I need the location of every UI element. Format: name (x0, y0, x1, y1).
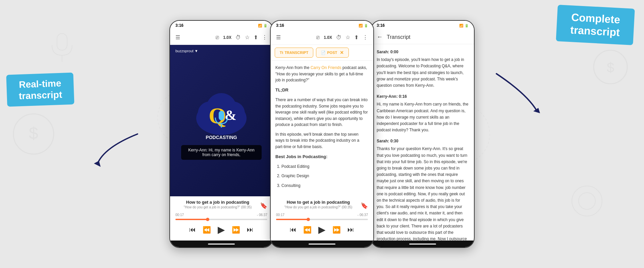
toolbar-left-2: ☰ (276, 34, 281, 41)
cast-icon-2[interactable]: ⎚ (316, 35, 320, 41)
rewind-button-2[interactable]: ⏪ (303, 226, 312, 234)
phone-2: 3:16 📶 🔋 ☰ ⎚ 1.0X ⏱ ☆ ⬆ ⋮ (270, 20, 374, 248)
transcript-content-2: Kerry-Ann from the Carry On Friends podc… (271, 61, 373, 196)
jobs-list: Podcast Editing Graphic Design Consultin… (275, 163, 369, 189)
svg-marker-20 (533, 108, 540, 113)
speed-control-2[interactable]: 1.0X (324, 35, 332, 40)
more-icon-2[interactable]: ⋮ (363, 34, 368, 41)
player-times-2: 00:17 - 06:37 (276, 213, 368, 217)
full-transcript-content: Sarah: 0:00 In today's episode, you'll l… (371, 44, 474, 241)
battery-icon-3: 🔋 (465, 24, 469, 27)
episode-text: In this episode, we'll break down the to… (275, 131, 369, 150)
qa-logo: Q & PODCASTING (191, 81, 252, 142)
progress-bar-1[interactable] (175, 219, 267, 220)
carry-on-friends-link[interactable]: Carry On Friends (311, 65, 341, 70)
bottom-bar-1 (170, 241, 273, 247)
menu-icon-1[interactable]: ☰ (175, 34, 180, 41)
share-icon-2[interactable]: ⬆ (354, 34, 359, 41)
phone-3-frame: 3:16 📶 🔋 ← Transcript Sarah: 0:00 In tod… (371, 20, 475, 248)
buzzsprout-label: buzzsprout ▼ (175, 49, 198, 53)
tab-close-button[interactable]: ✕ (340, 50, 344, 55)
status-time-3: 3:16 (377, 23, 385, 28)
play-button[interactable]: ▶ (218, 224, 225, 235)
player-title-2: How to get a job in podcasting (276, 200, 361, 205)
intro-paragraph: Kerry-Ann from the Carry On Friends podc… (275, 65, 369, 83)
transcript-text-2: Thanks for your question Kerry-Ann. It's… (377, 146, 469, 241)
transcript-block-0: Sarah: 0:00 In today's episode, you'll l… (377, 49, 469, 89)
player-subtitle-1: "How do you get a job in podcasting?" (0… (175, 205, 260, 209)
toolbar-2: ☰ ⎚ 1.0X ⏱ ☆ ⬆ ⋮ (271, 30, 373, 45)
transcript-block-2: Sarah: 0:30 Thanks for your question Ker… (377, 138, 469, 241)
job-item-1: Podcast Editing (281, 163, 369, 170)
status-icons-2: 📶 🔋 (359, 24, 368, 27)
more-icon-1[interactable]: ⋮ (262, 34, 267, 41)
phone-1: 3:16 📶 🔋 ☰ ⎚ 1.0X ⏱ ☆ ⬆ ⋮ (169, 20, 273, 248)
skip-back-start-button[interactable]: ⏮ (189, 226, 196, 233)
status-icons-3: 📶 🔋 (459, 24, 469, 27)
bookmark-icon-1[interactable]: 🔖 (260, 202, 267, 209)
phone-1-frame: 3:16 📶 🔋 ☰ ⎚ 1.0X ⏱ ☆ ⬆ ⋮ (169, 20, 273, 248)
star-icon-1[interactable]: ☆ (245, 34, 250, 41)
status-icons-1: 📶 🔋 (258, 24, 267, 27)
podcast-cover: buzzsprout ▼ Q & (170, 45, 273, 196)
skip-forward-end-button[interactable]: ⏭ (247, 226, 254, 233)
battery-icon: 🔋 (263, 24, 267, 27)
job-item-2: Graphic Design (281, 173, 369, 179)
speed-control-1[interactable]: 1.0X (223, 35, 231, 40)
wifi-icon-3: 📶 (459, 24, 463, 27)
post-tab-label: POST (327, 51, 337, 55)
player-section-2: How to get a job in podcasting "How do y… (271, 196, 373, 241)
complete-annotation: Complete transcript (556, 5, 635, 45)
bottom-bar-3 (371, 241, 474, 247)
skip-back-start-button-2[interactable]: ⏮ (290, 226, 297, 233)
transcript-text-1: Hi, my name is Kerry-Ann from carry on f… (377, 101, 469, 133)
menu-icon-2[interactable]: ☰ (276, 34, 281, 41)
realtime-annotation: Real-time transcript (6, 73, 74, 107)
status-time-1: 3:16 (175, 23, 183, 28)
job-item-3: Consulting (281, 183, 369, 189)
complete-arrow (493, 67, 547, 114)
svg-rect-16 (219, 111, 224, 120)
transcript-block-1: Kerry-Ann: 0:16 Hi, my name is Kerry-Ann… (377, 93, 469, 133)
status-bar-1: 3:16 📶 🔋 (170, 21, 273, 30)
best-jobs-heading: Best Jobs in Podcasting: (275, 153, 369, 160)
home-indicator-2 (309, 244, 335, 245)
tab-post[interactable]: 📄 POST ✕ (316, 48, 349, 58)
timer-icon-2[interactable]: ⏱ (336, 35, 341, 41)
star-icon-2[interactable]: ☆ (345, 34, 350, 41)
play-button-2[interactable]: ▶ (318, 224, 326, 235)
svg-text:PODCASTING: PODCASTING (206, 135, 237, 140)
post-tab-icon: 📄 (321, 51, 326, 55)
share-icon-1[interactable]: ⬆ (254, 34, 258, 41)
toolbar-right-1: ⎚ 1.0X ⏱ ☆ ⬆ ⋮ (216, 34, 267, 41)
progress-bar-2[interactable] (276, 219, 368, 220)
fast-forward-button-2[interactable]: ⏩ (332, 226, 341, 234)
cast-icon-1[interactable]: ⎚ (216, 35, 219, 41)
battery-icon-2: 🔋 (364, 24, 368, 27)
rewind-button[interactable]: ⏪ (203, 226, 211, 234)
transcript-tab-label: TRANSCRIPT (284, 51, 308, 55)
progress-dot-1 (206, 218, 209, 221)
subtitle-bar: Kerry-Ann: Hi, my name is Kerry-Ann from… (181, 145, 262, 160)
player-subtitle-2: "How do you get a job in podcasting?" (0… (276, 205, 361, 209)
back-button[interactable]: ← (377, 34, 383, 41)
toolbar-1: ☰ ⎚ 1.0X ⏱ ☆ ⬆ ⋮ (170, 30, 273, 45)
timer-icon-1[interactable]: ⏱ (235, 35, 241, 41)
wifi-icon: 📶 (258, 24, 262, 27)
home-indicator-1 (208, 244, 235, 245)
fast-forward-button[interactable]: ⏩ (232, 226, 240, 234)
player-title-1: How to get a job in podcasting (175, 200, 260, 205)
progress-fill-2 (276, 219, 308, 220)
status-time-2: 3:16 (276, 23, 284, 28)
bookmark-icon-2[interactable]: 🔖 (361, 202, 368, 209)
home-indicator-3 (409, 244, 436, 245)
bottom-bar-2 (271, 241, 373, 247)
player-controls-1: ⏮ ⏪ ▶ ⏩ ⏭ (175, 222, 267, 237)
skip-forward-end-button-2[interactable]: ⏭ (347, 226, 354, 233)
phone-2-frame: 3:16 📶 🔋 ☰ ⎚ 1.0X ⏱ ☆ ⬆ ⋮ (270, 20, 374, 248)
tab-row: Tt TRANSCRIPT 📄 POST ✕ (271, 45, 373, 61)
tab-transcript[interactable]: Tt TRANSCRIPT (275, 48, 313, 58)
toolbar-left-1: ☰ (175, 34, 180, 41)
tldr-text: There are a number of ways that you can … (275, 97, 369, 128)
wifi-icon-2: 📶 (359, 24, 363, 27)
